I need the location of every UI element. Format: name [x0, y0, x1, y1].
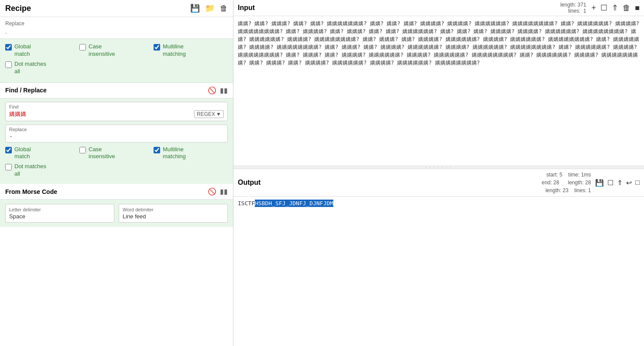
letter-delimiter-block[interactable]: Letter delimiter Space: [5, 204, 114, 223]
regex-dropdown-icon: ▼: [216, 111, 221, 117]
delete-icon[interactable]: 🗑: [220, 4, 228, 13]
morse-header: From Morse Code 🚫 ▮▮: [0, 184, 233, 200]
regex-badge-label: REGEX: [197, 111, 215, 117]
case-insensitive-label-1: Caseinsensitive: [89, 43, 115, 58]
global-match-item-1: Globalmatch: [5, 43, 79, 58]
output-time: 1ms: [581, 172, 591, 178]
morse-title: From Morse Code: [5, 188, 204, 195]
find-replace-body: Find 媾媾媾 REGEX ▼ Replace - Globalmatch: [0, 98, 233, 184]
case-insensitive-item-1: Caseinsensitive: [79, 43, 154, 58]
top-options-section: Globalmatch Caseinsensitive Multilinemat…: [0, 39, 233, 83]
output-length-top-label: length:: [545, 187, 562, 193]
delete-input-icon[interactable]: 🗑: [623, 3, 630, 13]
output-prefix: ISCTF: [238, 200, 255, 207]
dot-all-checkbox-2[interactable]: [5, 164, 12, 170]
find-replace-title: Find / Replace: [5, 87, 204, 94]
fullscreen-output-icon[interactable]: □: [635, 179, 640, 187]
morse-pause-icon[interactable]: ▮▮: [220, 187, 228, 196]
case-insensitive-checkbox-2[interactable]: [79, 147, 86, 153]
import-icon[interactable]: ⇑: [612, 3, 618, 13]
input-title: Input: [238, 4, 560, 12]
regex-badge[interactable]: REGEX ▼: [194, 110, 224, 118]
folder-icon[interactable]: 📁: [205, 3, 215, 13]
output-length-right: 28: [585, 180, 591, 186]
output-content[interactable]: ISCTFHSBDH_SFJ_JDNFJ_DJNFJDM: [233, 197, 644, 346]
left-panel: Recipe 💾 📁 🗑 Replace . Globalmatch Casei…: [0, 0, 233, 346]
recipe-header: Recipe 💾 📁 🗑: [0, 0, 233, 17]
letter-delimiter-label: Letter delimiter: [9, 207, 110, 212]
input-stats: length: 371 lines: 1: [560, 2, 586, 14]
dot-all-item-2: Dot matchesall: [5, 163, 228, 178]
output-length-right-label: length:: [568, 180, 585, 186]
disable-icon[interactable]: 🚫: [208, 86, 216, 95]
input-header: Input length: 371 lines: 1 + ☐ ⇑ 🗑 ■: [233, 0, 644, 16]
morse-disable-icon[interactable]: 🚫: [208, 187, 216, 196]
copy-output-icon[interactable]: ☐: [607, 179, 613, 187]
word-delimiter-label: Word delimiter: [123, 207, 224, 212]
find-value[interactable]: 媾媾媾: [9, 110, 194, 118]
resize-divider[interactable]: · · · · · · ·: [233, 166, 644, 169]
replace-input-block: Replace -: [5, 125, 228, 142]
checkbox-row-2: Dot matchesall: [5, 61, 228, 75]
add-input-icon[interactable]: +: [592, 3, 596, 13]
recipe-title: Recipe: [5, 4, 185, 13]
multiline-item-2: Multilinematching: [154, 146, 228, 161]
recipe-replace-block: Replace .: [0, 17, 233, 39]
input-lines: 1: [583, 8, 586, 14]
word-delimiter-block[interactable]: Word delimiter Line feed: [119, 204, 228, 223]
input-length: 371: [578, 2, 586, 8]
global-match-checkbox-1[interactable]: [5, 44, 12, 51]
replace-value[interactable]: -: [9, 133, 224, 139]
checkbox-row-3: Globalmatch Caseinsensitive Multilinemat…: [5, 146, 228, 161]
replace-label: Replace: [6, 125, 227, 132]
save-output-icon[interactable]: 💾: [595, 179, 604, 187]
output-start: 5: [559, 172, 562, 178]
checkbox-row-1: Globalmatch Caseinsensitive Multilinemat…: [5, 43, 228, 58]
multiline-item-1: Multilinematching: [154, 43, 228, 58]
letter-delimiter-value: Space: [9, 213, 110, 220]
multiline-label-2: Multilinematching: [163, 146, 186, 161]
output-end-label: end:: [542, 180, 554, 186]
grid-icon[interactable]: ■: [635, 3, 640, 13]
find-label: Find: [6, 102, 227, 109]
undo-output-icon[interactable]: ↩: [626, 179, 632, 187]
output-time-label: time:: [568, 172, 581, 178]
output-lines-label: lines:: [574, 187, 588, 193]
dot-all-label-2: Dot matchesall: [14, 163, 46, 178]
export-output-icon[interactable]: ⇑: [617, 179, 623, 187]
pause-icon[interactable]: ▮▮: [220, 86, 228, 95]
multiline-label-1: Multilinematching: [163, 43, 186, 58]
output-start-label: start:: [546, 172, 559, 178]
output-highlight: HSBDH_SFJ_JDNFJ_DJNFJDM: [255, 200, 333, 207]
checkbox-row-4: Dot matchesall: [5, 163, 228, 178]
output-title: Output: [238, 179, 542, 187]
save-icon[interactable]: 💾: [190, 3, 200, 13]
output-length-top: 23: [563, 187, 569, 193]
input-content[interactable]: 媾媾? 媾媾? 媾媾媾? 媾媾? 媾媾? 媾媾媾媾媾媾媾? 媾媾? 媾媾? 媾媾…: [233, 16, 644, 166]
morse-body: Letter delimiter Space Word delimiter Li…: [0, 200, 233, 227]
global-match-checkbox-2[interactable]: [5, 147, 12, 153]
multiline-checkbox-2[interactable]: [154, 147, 160, 153]
case-insensitive-checkbox-1[interactable]: [79, 44, 86, 51]
dot-all-item-1: Dot matchesall: [5, 61, 228, 75]
open-file-icon[interactable]: ☐: [600, 3, 607, 13]
output-end: 28: [553, 180, 559, 186]
output-icons: 💾 ☐ ⇑ ↩ □: [595, 179, 640, 187]
global-match-item-2: Globalmatch: [5, 146, 79, 161]
find-replace-header: Find / Replace 🚫 ▮▮: [0, 83, 233, 98]
find-input-row: 媾媾媾 REGEX ▼: [6, 109, 227, 121]
word-delimiter-value: Line feed: [123, 213, 224, 220]
replace-label-top: Replace: [5, 20, 228, 27]
dot-all-label-1: Dot matchesall: [14, 61, 46, 75]
output-stats: start: 5 time: 1ms end: 28 length: 28 le…: [542, 171, 591, 194]
replace-value-top: .: [5, 28, 228, 35]
input-text: 媾媾? 媾媾? 媾媾媾? 媾媾? 媾媾? 媾媾媾媾媾媾媾? 媾媾? 媾媾? 媾媾…: [238, 20, 639, 66]
case-insensitive-label-2: Caseinsensitive: [89, 146, 115, 161]
find-input-block: Find 媾媾媾 REGEX ▼: [5, 102, 228, 121]
multiline-checkbox-1[interactable]: [154, 44, 160, 51]
dot-all-checkbox-1[interactable]: [5, 61, 12, 68]
global-match-label-2: Globalmatch: [14, 146, 31, 161]
delimiter-row: Letter delimiter Space Word delimiter Li…: [5, 204, 228, 223]
case-insensitive-item-2: Caseinsensitive: [79, 146, 154, 161]
input-length-label: length:: [560, 2, 577, 8]
